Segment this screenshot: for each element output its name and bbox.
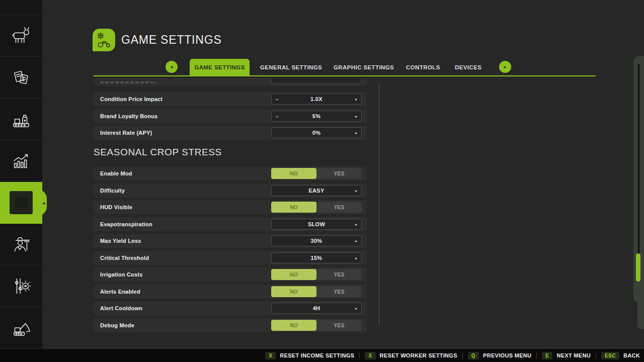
farmer-icon [10, 233, 33, 256]
hud-visible-toggle: NO YES [271, 202, 362, 213]
interest-rate-selector[interactable]: 0% ▸ [271, 127, 362, 138]
tab-label: DEVICES [455, 64, 481, 70]
hotkey-label: RESET WORKER SETTINGS [380, 352, 457, 358]
clipped-label [100, 81, 156, 83]
documents-icon [10, 66, 33, 89]
sliders-gear-icon [10, 275, 33, 298]
tractor-gear-icon [95, 31, 113, 49]
toggle-yes-button[interactable]: YES [316, 320, 362, 331]
sidebar-item-production[interactable] [0, 99, 42, 140]
back-button[interactable]: ESC BACK [601, 352, 640, 359]
max-yield-loss-selector[interactable]: 30% ▸ [271, 235, 362, 246]
tab-controls[interactable]: CONTROLS [406, 59, 440, 76]
key-badge-x: X [365, 352, 375, 359]
sidebar-item-statistics[interactable] [0, 140, 42, 182]
tab-graphic-settings[interactable]: GRAPHIC SETTINGS [334, 59, 394, 76]
mod-logo [93, 29, 115, 51]
arrow-right-icon[interactable]: ▸ [355, 255, 357, 260]
setting-value: 1.0X [310, 96, 323, 102]
divider [536, 352, 537, 359]
arrow-left-icon[interactable]: ◂ [276, 97, 278, 102]
setting-row: Debug Mode NO YES [94, 318, 367, 332]
settings-list: Condition Price Impact ◂ 1.0X ▸ Brand Lo… [94, 78, 367, 335]
reset-income-settings-button[interactable]: X RESET INCOME SETTINGS [265, 352, 354, 359]
hotkey-label: BACK [623, 352, 640, 358]
chevron-right-icon: ▸ [504, 64, 507, 69]
tab-general-settings[interactable]: GENERAL SETTINGS [260, 59, 322, 76]
sidebar-item-workers[interactable] [0, 224, 42, 265]
arrow-right-icon[interactable]: ▸ [355, 239, 357, 243]
arrow-right-icon[interactable]: ▸ [355, 131, 357, 135]
tab-label: GRAPHIC SETTINGS [334, 64, 394, 70]
sidebar-item-contracts[interactable] [0, 57, 42, 99]
page-title: GAME SETTINGS [121, 33, 222, 47]
toggle-yes-button[interactable]: YES [316, 286, 362, 297]
difficulty-selector[interactable]: EASY ▸ [271, 185, 362, 196]
alert-cooldown-selector[interactable]: 4H ▸ [271, 303, 362, 314]
setting-value: SLOW [308, 221, 325, 227]
toggle-no-button[interactable]: NO [271, 168, 316, 179]
tab-game-settings[interactable]: GAME SETTINGS [190, 59, 250, 76]
next-menu-button[interactable]: E NEXT MENU [542, 352, 591, 359]
excavator-icon [10, 316, 33, 339]
setting-row: HUD Visible NO YES [94, 200, 367, 214]
reset-worker-settings-button[interactable]: X RESET WORKER SETTINGS [365, 352, 457, 359]
setting-value: 30% [311, 238, 323, 244]
tabs-prev-button[interactable]: ◂ [166, 61, 178, 73]
list-scrollbar[interactable] [379, 83, 379, 326]
arrow-right-icon[interactable]: ▸ [355, 222, 357, 226]
setting-row: Irrigation Costs NO YES [94, 267, 367, 282]
sidebar-item-construction[interactable] [0, 307, 42, 349]
evapotranspiration-selector[interactable]: SLOW ▸ [271, 219, 362, 230]
key-badge-e: E [542, 352, 552, 359]
arrow-left-icon[interactable]: ◂ [276, 114, 278, 118]
setting-value: EASY [308, 188, 324, 194]
chevron-left-icon: ◂ [171, 64, 173, 69]
setting-value: 5% [312, 113, 321, 119]
sidebar-item-tuning[interactable] [0, 265, 42, 307]
sidebar: ▸ [0, 0, 42, 349]
condition-price-impact-selector[interactable]: ◂ 1.0X ▸ [271, 94, 362, 105]
page-scrollbar-tail [637, 300, 644, 329]
divider [462, 352, 463, 359]
game-settings-screen: ▸ [0, 0, 644, 362]
brand-loyalty-bonus-selector[interactable]: ◂ 5% ▸ [271, 111, 362, 122]
sidebar-item-vehicles[interactable] [0, 0, 42, 15]
active-item-bump: ▸ [38, 190, 47, 216]
hotkey-label: NEXT MENU [556, 352, 590, 358]
sidebar-item-mod-settings[interactable]: ▸ [0, 182, 42, 224]
toggle-yes-button[interactable]: YES [316, 168, 362, 179]
key-badge-q: Q [468, 352, 479, 359]
setting-row: Brand Loyalty Bonus ◂ 5% ▸ [94, 109, 367, 123]
divider [359, 352, 360, 359]
setting-row: Enable Mod NO YES [94, 166, 367, 180]
clipped-selector [271, 78, 362, 84]
toggle-no-button[interactable]: NO [271, 286, 316, 297]
page-scrollbar-thumb[interactable] [636, 253, 640, 282]
setting-value: 4H [313, 305, 320, 311]
toggle-no-button[interactable]: NO [271, 320, 316, 331]
setting-row: Evapotranspiration SLOW ▸ [94, 217, 367, 231]
production-line-icon [10, 108, 33, 131]
toggle-no-button[interactable]: NO [271, 202, 316, 213]
setting-row: Interest Rate (APY) 0% ▸ [94, 126, 367, 140]
toggle-no-button[interactable]: NO [271, 269, 316, 280]
toggle-yes-button[interactable]: YES [316, 202, 362, 213]
tabs-next-button[interactable]: ▸ [499, 61, 511, 73]
bottom-hotkey-bar: X RESET INCOME SETTINGS X RESET WORKER S… [0, 349, 644, 362]
hotkey-label: PREVIOUS MENU [483, 352, 531, 358]
previous-menu-button[interactable]: Q PREVIOUS MENU [468, 352, 531, 359]
toggle-yes-button[interactable]: YES [316, 269, 362, 280]
sidebar-item-animals[interactable] [0, 15, 42, 57]
divider [596, 352, 596, 359]
arrow-right-icon[interactable]: ▸ [355, 188, 357, 193]
clipped-row [94, 78, 367, 86]
tab-label: CONTROLS [406, 64, 440, 70]
arrow-right-icon[interactable]: ▸ [355, 97, 357, 102]
arrow-right-icon[interactable]: ▸ [355, 114, 357, 118]
page-scrollbar-slot [638, 64, 639, 282]
arrow-right-icon[interactable]: ▸ [355, 306, 357, 311]
setting-value: 0% [312, 130, 321, 136]
tab-devices[interactable]: DEVICES [455, 59, 481, 76]
critical-threshold-selector[interactable]: 15% ▸ [271, 252, 362, 263]
